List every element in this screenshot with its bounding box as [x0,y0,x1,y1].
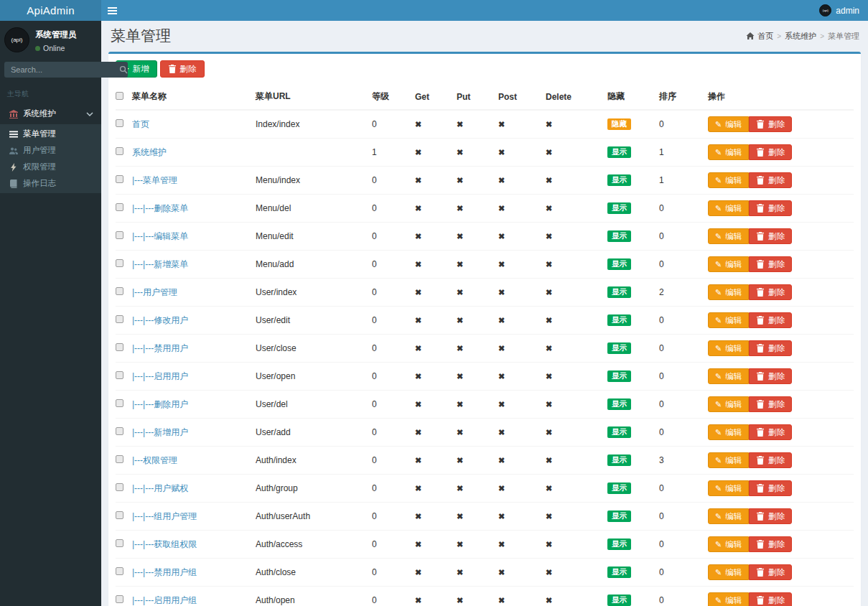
visibility-badge: 显示 [607,230,631,242]
edit-button[interactable]: ✎ 编辑 [708,340,749,356]
edit-button[interactable]: ✎ 编辑 [708,312,749,328]
row-menu-name[interactable]: 系统维护 [132,147,167,157]
row-checkbox[interactable] [116,119,123,127]
edit-button-label: 编辑 [725,427,742,437]
row-menu-name[interactable]: |---|---修改用户 [132,315,188,325]
edit-button[interactable]: ✎ 编辑 [708,172,749,188]
edit-button[interactable]: ✎ 编辑 [708,368,749,384]
row-level: 0 [372,363,415,391]
search-input[interactable] [4,62,119,78]
edit-button[interactable]: ✎ 编辑 [708,284,749,300]
edit-button[interactable]: ✎ 编辑 [708,592,749,606]
row-level: 0 [372,559,415,587]
edit-button[interactable]: ✎ 编辑 [708,508,749,524]
edit-button[interactable]: ✎ 编辑 [708,256,749,272]
search-button[interactable] [119,62,128,78]
get-mark: ✖ [415,428,421,437]
row-checkbox[interactable] [116,511,123,519]
row-menu-name[interactable]: |---|---新增菜单 [132,259,188,269]
user-menu[interactable]: (api) admin [811,0,868,21]
breadcrumb-home[interactable]: 首页 [746,31,773,42]
trash-icon [756,204,765,213]
delete-button[interactable]: 删除 [749,368,792,384]
col-menu-url: 菜单URL [256,83,372,110]
get-mark: ✖ [415,316,421,325]
delete-button[interactable]: 删除 [749,480,792,496]
action-buttons: ✎ 编辑 删除 [708,564,792,580]
sidebar-item-system-maintenance[interactable]: 系统维护 [0,103,101,124]
delete-button[interactable]: 删除 [749,452,792,468]
bulk-delete-button[interactable]: 删除 [160,60,205,78]
row-menu-name[interactable]: |---|---启用用户组 [132,595,197,605]
row-menu-name[interactable]: |---|---用户赋权 [132,483,188,493]
delete-button-label: 删除 [768,315,785,325]
delete-button[interactable]: 删除 [749,592,792,606]
sidebar-item-operation-log[interactable]: 操作日志 [0,175,101,192]
row-sort: 1 [659,167,708,195]
delete-button[interactable]: 删除 [749,172,792,188]
row-checkbox[interactable] [116,343,123,351]
delete-button[interactable]: 删除 [749,536,792,552]
sidebar-toggle-icon[interactable] [101,0,123,21]
row-checkbox[interactable] [116,371,123,379]
row-menu-name[interactable]: |---|---启用用户 [132,371,188,381]
row-menu-name[interactable]: |---|---禁用用户组 [132,567,197,577]
row-checkbox[interactable] [116,595,123,603]
row-checkbox[interactable] [116,287,123,295]
row-menu-name[interactable]: |---|---获取组权限 [132,539,197,549]
edit-button[interactable]: ✎ 编辑 [708,200,749,216]
delete-button[interactable]: 删除 [749,508,792,524]
row-menu-name[interactable]: |---|---删除菜单 [132,203,188,213]
row-menu-name[interactable]: |---|---组用户管理 [132,511,197,521]
row-checkbox[interactable] [116,399,123,407]
delete-button[interactable]: 删除 [749,340,792,356]
menu-table: 菜单名称 菜单URL 等级 Get Put Post Delete 隐藏 排序 … [116,83,854,606]
row-checkbox[interactable] [116,147,123,155]
row-menu-name[interactable]: |---用户管理 [132,287,177,297]
row-checkbox[interactable] [116,203,123,211]
row-menu-name[interactable]: |---|---编辑菜单 [132,231,188,241]
delete-button[interactable]: 删除 [749,396,792,412]
delete-button[interactable]: 删除 [749,564,792,580]
row-checkbox[interactable] [116,455,123,463]
row-checkbox[interactable] [116,483,123,491]
row-checkbox[interactable] [116,175,123,183]
row-menu-name[interactable]: |---权限管理 [132,455,177,465]
delete-button[interactable]: 删除 [749,256,792,272]
delete-button[interactable]: 删除 [749,284,792,300]
edit-button[interactable]: ✎ 编辑 [708,228,749,244]
delete-button[interactable]: 删除 [749,200,792,216]
edit-button[interactable]: ✎ 编辑 [708,564,749,580]
row-menu-name[interactable]: |---|---新增用户 [132,427,188,437]
row-checkbox[interactable] [116,539,123,547]
delete-button[interactable]: 删除 [749,228,792,244]
delete-button[interactable]: 删除 [749,312,792,328]
sidebar-item-user-management[interactable]: 用户管理 [0,142,101,159]
sidebar-item-auth-management[interactable]: 权限管理 [0,159,101,175]
edit-button[interactable]: ✎ 编辑 [708,396,749,412]
row-menu-name[interactable]: |---菜单管理 [132,175,177,185]
row-checkbox[interactable] [116,231,123,239]
row-menu-name[interactable]: |---|---禁用用户 [132,343,188,353]
edit-button[interactable]: ✎ 编辑 [708,116,749,132]
row-checkbox[interactable] [116,315,123,323]
delete-button[interactable]: 删除 [749,144,792,160]
edit-button[interactable]: ✎ 编辑 [708,424,749,440]
sidebar-user-status[interactable]: Online [35,44,77,52]
edit-button[interactable]: ✎ 编辑 [708,452,749,468]
row-checkbox[interactable] [116,427,123,435]
row-checkbox[interactable] [116,259,123,267]
trash-icon [756,428,765,437]
select-all-checkbox[interactable] [116,92,123,100]
edit-button[interactable]: ✎ 编辑 [708,480,749,496]
row-checkbox[interactable] [116,567,123,575]
breadcrumb-system-maintenance[interactable]: 系统维护 [785,31,816,42]
row-menu-name[interactable]: 首页 [132,119,149,129]
edit-button[interactable]: ✎ 编辑 [708,144,749,160]
brand-logo[interactable]: ApiAdmin [0,0,101,21]
sidebar-item-menu-management[interactable]: 菜单管理 [0,126,101,142]
delete-button[interactable]: 删除 [749,116,792,132]
delete-button[interactable]: 删除 [749,424,792,440]
row-menu-name[interactable]: |---|---删除用户 [132,399,188,409]
edit-button[interactable]: ✎ 编辑 [708,536,749,552]
